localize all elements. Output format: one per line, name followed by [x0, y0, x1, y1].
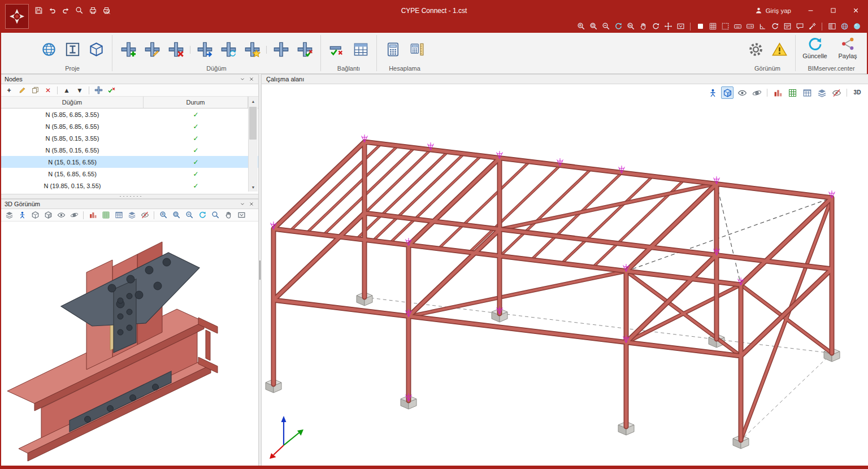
check-colors-icon[interactable]: [100, 210, 111, 221]
close-button[interactable]: [844, 1, 867, 20]
edit-node-button[interactable]: [141, 36, 163, 63]
collapse-viewer-panel-button[interactable]: [238, 200, 247, 208]
report-icon[interactable]: [801, 86, 813, 99]
copy-node-button[interactable]: [29, 85, 41, 96]
connection-3d-preview[interactable]: [2, 222, 258, 466]
delete-node-button[interactable]: ✕: [42, 85, 54, 96]
check-nodes-button[interactable]: [106, 85, 117, 96]
bim-update-button[interactable]: Güncelle: [800, 34, 830, 59]
orbit-icon[interactable]: [68, 210, 80, 221]
print-preview-button[interactable]: [101, 5, 112, 16]
capture-view-icon[interactable]: [675, 21, 686, 32]
coordinates-display-icon[interactable]: [744, 21, 756, 32]
zoom-out-icon[interactable]: [184, 210, 195, 221]
move-down-button[interactable]: ▼: [74, 85, 85, 96]
copy-connections-button[interactable]: [93, 85, 104, 96]
options-button[interactable]: [744, 36, 767, 63]
wire-box-icon[interactable]: [29, 210, 41, 221]
pan-icon[interactable]: [223, 210, 234, 221]
status-colors-icon[interactable]: [771, 86, 784, 99]
zoom-button[interactable]: [73, 5, 85, 16]
snap-frame-icon[interactable]: [719, 21, 731, 32]
sign-in-button[interactable]: Giriş yap: [754, 6, 791, 15]
update-nodes-button[interactable]: [217, 36, 240, 63]
zoom-out-icon[interactable]: [600, 21, 611, 32]
axes-icon[interactable]: [16, 210, 28, 221]
edit-node-button[interactable]: [16, 85, 28, 96]
bim-project-button[interactable]: [37, 36, 60, 63]
model-3d-viewport[interactable]: 3D: [262, 84, 868, 466]
check-nodes-button[interactable]: [293, 36, 316, 63]
horizontal-splitter[interactable]: [1, 194, 258, 199]
scroll-down-button[interactable]: ▼: [249, 183, 258, 192]
column-header-durum[interactable]: Durum: [144, 97, 248, 108]
orbit-icon[interactable]: [750, 86, 763, 99]
orbit-view-icon[interactable]: [650, 21, 661, 32]
scroll-up-button[interactable]: ▲: [249, 97, 258, 106]
grid-icon[interactable]: [707, 21, 718, 32]
render-sphere-icon[interactable]: [851, 21, 862, 32]
node-row[interactable]: N (15, 0.15, 6.55) ✓: [1, 156, 258, 168]
check-connection-button[interactable]: [326, 36, 348, 63]
node-row[interactable]: N (5.85, 6.85, 3.55) ✓: [1, 108, 258, 120]
rotate-view-icon[interactable]: [575, 21, 587, 32]
report-icon[interactable]: [113, 210, 124, 221]
bim-share-button[interactable]: Paylaş: [833, 34, 862, 59]
solid-box-icon[interactable]: [42, 210, 54, 221]
collapse-nodes-panel-button[interactable]: [238, 75, 247, 83]
code-check-button[interactable]: [405, 36, 428, 63]
print-button[interactable]: [87, 5, 98, 16]
rotate-ccw-icon[interactable]: [769, 21, 780, 32]
node-row[interactable]: N (5.85, 0.15, 3.55) ✓: [1, 132, 258, 144]
refresh-view-icon[interactable]: [613, 21, 624, 32]
window-layout-icon[interactable]: [826, 21, 837, 32]
undo-button[interactable]: [46, 5, 58, 16]
axes-icon[interactable]: [706, 86, 719, 99]
comment-icon[interactable]: [794, 21, 805, 32]
column-header-dugum[interactable]: Düğüm: [1, 97, 144, 108]
zoom-2x-icon[interactable]: [625, 21, 636, 32]
save-button[interactable]: [33, 5, 44, 16]
delete-node-button[interactable]: [164, 36, 187, 63]
move-view-icon[interactable]: [662, 21, 674, 32]
zoom-extents-icon[interactable]: [588, 21, 599, 32]
pan-icon[interactable]: [637, 21, 649, 32]
redo-button[interactable]: [60, 5, 71, 16]
node-row[interactable]: N (5.85, 0.15, 6.55) ✓: [1, 144, 258, 156]
close-viewer-panel-button[interactable]: [247, 200, 256, 208]
visibility-icon[interactable]: [736, 86, 748, 99]
new-node-button[interactable]: [117, 36, 140, 63]
node-row[interactable]: N (19.85, 0.15, 3.55) ✓: [1, 180, 258, 192]
app-menu-button[interactable]: [5, 4, 29, 29]
zoom-extents-icon[interactable]: [171, 210, 182, 221]
scroll-thumb[interactable]: [249, 107, 257, 140]
3d-mode-icon[interactable]: 3D: [851, 86, 863, 99]
work-area-button[interactable]: [61, 36, 84, 63]
connection-table-button[interactable]: [349, 36, 372, 63]
tab-calisma-alani[interactable]: Çalışma alanı: [266, 76, 304, 82]
capture-icon[interactable]: [236, 210, 247, 221]
nodes-scrollbar[interactable]: ▲ ▼: [248, 97, 258, 192]
visibility-icon[interactable]: [55, 210, 67, 221]
layers-icon[interactable]: [815, 86, 828, 99]
warnings-button[interactable]: [768, 36, 791, 63]
view-modes-icon[interactable]: [3, 210, 15, 221]
hide-icon[interactable]: [139, 210, 150, 221]
tools-icon[interactable]: [806, 21, 818, 32]
clipboard-icon[interactable]: [782, 21, 793, 32]
minimize-button[interactable]: [799, 1, 822, 20]
generate-nodes-button[interactable]: [241, 36, 263, 63]
close-nodes-panel-button[interactable]: [247, 75, 256, 83]
status-colors-icon[interactable]: [87, 210, 98, 221]
maximize-button[interactable]: [822, 1, 844, 20]
calculate-button[interactable]: [381, 36, 404, 63]
refresh-view-icon[interactable]: [197, 210, 208, 221]
keyboard-input-icon[interactable]: [732, 21, 743, 32]
model-3d-button[interactable]: [85, 36, 107, 63]
copy-node-button[interactable]: [193, 36, 216, 63]
online-globe-icon[interactable]: [839, 21, 850, 32]
check-colors-icon[interactable]: [786, 86, 798, 99]
scroll-track[interactable]: [249, 106, 258, 183]
hide-icon[interactable]: [830, 86, 843, 99]
rotate-view-icon[interactable]: [158, 210, 169, 221]
